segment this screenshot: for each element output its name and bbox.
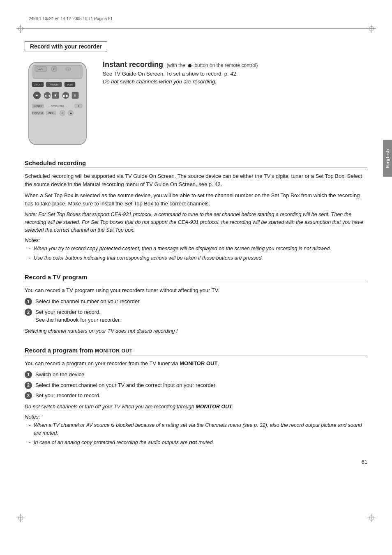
step-text: Set your recorder to record.See the hand… bbox=[35, 308, 367, 324]
list-item: 1 Select the channel number on your reco… bbox=[25, 297, 367, 306]
scheduled-notes-list: When you try to record copy protected co… bbox=[25, 245, 367, 262]
svg-text:◄◄: ◄◄ bbox=[44, 94, 51, 98]
list-item: 3 Set your recorder to record. bbox=[25, 391, 367, 400]
list-item: 1 Switch on the device. bbox=[25, 371, 367, 379]
instant-recording-heading: Instant recording (with the button on th… bbox=[103, 60, 367, 69]
record-monitor-steps: 1 Switch on the device. 2 Select the cor… bbox=[25, 371, 367, 400]
svg-text:— FAVOURITES —: — FAVOURITES — bbox=[48, 105, 67, 107]
svg-text:■: ■ bbox=[54, 93, 56, 97]
record-tv-program-section: Record a TV program You can record a TV … bbox=[25, 274, 367, 335]
list-item: Use the color buttons indicating that co… bbox=[29, 254, 367, 262]
list-item: When you try to record copy protected co… bbox=[29, 245, 367, 253]
list-item: In case of an analog copy protected reco… bbox=[29, 439, 367, 447]
svg-text:▶▶: ▶▶ bbox=[63, 94, 69, 98]
svg-text:Ambilight: Ambilight bbox=[50, 83, 58, 86]
scheduled-recording-heading: Scheduled recording bbox=[25, 159, 367, 168]
record-monitor-heading: Record a program from MONITOR OUT bbox=[25, 347, 367, 355]
crosshair-bottom-left bbox=[16, 514, 25, 522]
step-text: Set your recorder to record. bbox=[35, 391, 367, 400]
remote-image: AV+ U - ON/OFF Ambilight MODE ● ◄◄ bbox=[25, 60, 90, 148]
step-number: 1 bbox=[25, 298, 32, 305]
page-number: 61 bbox=[25, 459, 367, 465]
svg-text:II: II bbox=[78, 105, 79, 107]
record-monitor-notes-list: When a TV channel or AV source is blocke… bbox=[25, 421, 367, 446]
svg-text:II: II bbox=[74, 94, 76, 97]
scheduled-recording-para1: Scheduled recording will be supported vi… bbox=[25, 172, 367, 188]
record-monitor-notes-label: Notes: bbox=[25, 414, 367, 420]
record-monitor-italic-note: Do not switch channels or turn off your … bbox=[25, 403, 367, 411]
record-monitor-section: Record a program from MONITOR OUT You ca… bbox=[25, 347, 367, 447]
step-number: 1 bbox=[25, 371, 32, 378]
bullet-icon bbox=[188, 64, 191, 67]
svg-text:FEATURES: FEATURES bbox=[32, 112, 44, 114]
svg-text:●: ● bbox=[36, 93, 38, 97]
step-text: Select the correct channel on your TV an… bbox=[35, 381, 367, 389]
list-item: When a TV channel or AV source is blocke… bbox=[29, 421, 367, 437]
scheduled-recording-para2: When a Set Top Box is selected as the so… bbox=[25, 191, 367, 207]
language-tab: English bbox=[383, 140, 392, 177]
list-item: 2 Select the correct channel on your TV … bbox=[25, 381, 367, 389]
page-title: Record with your recorder bbox=[25, 41, 107, 51]
svg-text:ON/OFF: ON/OFF bbox=[34, 83, 42, 86]
record-monitor-intro: You can record a program on your recorde… bbox=[25, 359, 367, 368]
scheduled-recording-italic-note: Note: For Set Top Boxes that support CEA… bbox=[25, 211, 367, 234]
step-number: 3 bbox=[25, 392, 32, 399]
svg-text:✓: ✓ bbox=[61, 112, 64, 115]
language-label: English bbox=[385, 149, 390, 168]
record-tv-intro: You can record a TV program using your r… bbox=[25, 286, 367, 295]
step-text: Switch on the device. bbox=[35, 371, 367, 379]
instant-recording-line1: See TV Guide On Screen, To set a show to… bbox=[103, 71, 367, 77]
svg-text:MODE: MODE bbox=[67, 83, 74, 86]
instant-recording-line2: Do not switch channels when you are reco… bbox=[103, 78, 367, 85]
svg-text:U: U bbox=[53, 67, 55, 71]
svg-text:-: - bbox=[68, 67, 69, 71]
svg-text:INFO: INFO bbox=[48, 112, 53, 114]
svg-text:SCREEN: SCREEN bbox=[34, 105, 42, 107]
scheduled-notes-label: Notes: bbox=[25, 237, 367, 243]
record-tv-italic-note: Switching channel numbers on your TV doe… bbox=[25, 327, 367, 335]
record-tv-heading: Record a TV program bbox=[25, 274, 367, 282]
crosshair-top-right bbox=[367, 25, 376, 33]
list-item: 2 Set your recorder to record.See the ha… bbox=[25, 308, 367, 324]
step-number: 2 bbox=[25, 382, 32, 389]
record-tv-steps: 1 Select the channel number on your reco… bbox=[25, 297, 367, 324]
crosshair-top-left bbox=[16, 25, 25, 33]
crosshair-bottom-right bbox=[367, 514, 376, 522]
svg-text:AV+: AV+ bbox=[38, 68, 43, 71]
step-number: 2 bbox=[25, 309, 32, 316]
instant-recording-section: Instant recording (with the button on th… bbox=[103, 60, 367, 148]
header-metadata: 2496.1 16x24 en 14-12-2005 10:11 Pagina … bbox=[29, 16, 367, 21]
top-section: AV+ U - ON/OFF Ambilight MODE ● ◄◄ bbox=[25, 60, 367, 148]
step-text: Select the channel number on your record… bbox=[35, 297, 367, 306]
scheduled-recording-section: Scheduled recording Scheduled recording … bbox=[25, 159, 367, 262]
